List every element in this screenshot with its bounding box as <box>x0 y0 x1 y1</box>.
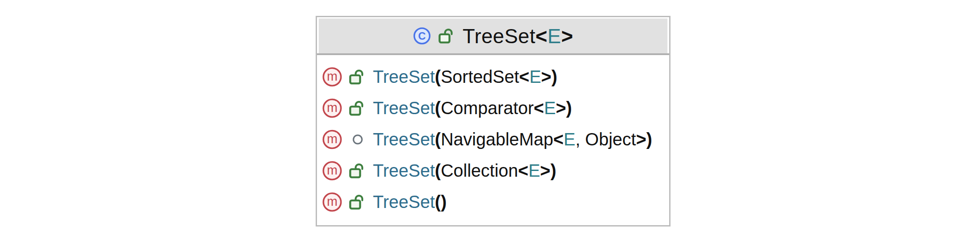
class-header: C TreeSet<E> <box>319 19 667 53</box>
signature-segment: TreeSet <box>373 192 435 212</box>
signature-segment: > <box>561 25 573 48</box>
class-header-icons: C <box>413 26 456 45</box>
signature-segment: > <box>540 161 550 180</box>
signature-segment: < <box>534 98 544 118</box>
signature-segment: > <box>556 98 566 118</box>
visibility-icon-slot <box>348 161 367 180</box>
method-icon: m <box>322 67 342 87</box>
signature-segment: ( <box>435 192 441 212</box>
constructor-row[interactable]: m TreeSet(Collection<E>) <box>322 155 669 186</box>
signature-segment: ) <box>566 98 572 118</box>
svg-text:m: m <box>327 100 337 115</box>
signature-segment: ) <box>551 67 557 86</box>
signature-segment: Comparator <box>441 98 534 118</box>
signature-segment: Collection <box>441 161 518 180</box>
constructor-signature[interactable]: TreeSet(NavigableMap<E, Object>) <box>373 130 652 149</box>
method-icon: m <box>322 130 342 149</box>
signature-segment: < <box>535 25 547 48</box>
signature-segment: < <box>519 67 529 86</box>
signature-segment: ) <box>550 161 556 180</box>
signature-segment: , Object <box>575 130 636 149</box>
signature-segment: SortedSet <box>441 67 519 86</box>
package-private-icon <box>352 134 364 145</box>
visibility-icon-slot <box>348 193 367 212</box>
signature-segment: < <box>553 130 564 149</box>
visibility-icon-slot <box>348 134 367 145</box>
visibility-icon-slot <box>348 99 367 118</box>
signature-segment: < <box>518 161 528 180</box>
svg-text:m: m <box>327 163 337 177</box>
class-title: TreeSet<E> <box>463 24 573 48</box>
svg-text:m: m <box>327 132 337 146</box>
signature-segment: E <box>528 161 540 180</box>
lock-open-icon <box>438 26 456 45</box>
method-icon: m <box>322 161 342 181</box>
class-structure-popup: C TreeSet<E> m TreeSet(SortedSet<E>) m T <box>316 16 671 226</box>
signature-segment: TreeSet <box>373 67 435 86</box>
constructor-row[interactable]: m TreeSet(NavigableMap<E, Object>) <box>322 124 669 155</box>
signature-segment: ) <box>441 192 446 212</box>
signature-segment: > <box>541 67 551 86</box>
svg-text:m: m <box>327 69 337 83</box>
constructor-signature[interactable]: TreeSet(Collection<E>) <box>373 161 556 181</box>
signature-segment: NavigableMap <box>441 130 553 149</box>
method-icon: m <box>322 192 342 212</box>
visibility-icon-slot <box>348 67 367 86</box>
method-icon: m <box>322 98 342 118</box>
class-icon: C <box>413 27 431 45</box>
signature-segment: E <box>544 98 556 118</box>
constructor-signature[interactable]: TreeSet() <box>373 192 446 212</box>
signature-segment: TreeSet <box>373 98 435 118</box>
constructor-signature[interactable]: TreeSet(SortedSet<E>) <box>373 67 557 87</box>
signature-segment: ( <box>435 98 441 118</box>
lock-open-icon <box>349 161 366 180</box>
signature-segment: ( <box>435 161 441 180</box>
lock-open-icon <box>349 193 366 212</box>
signature-segment: E <box>529 67 541 86</box>
signature-segment: ( <box>435 130 441 149</box>
signature-segment: TreeSet <box>463 25 535 48</box>
constructor-signature[interactable]: TreeSet(Comparator<E>) <box>373 98 572 118</box>
signature-segment: TreeSet <box>373 161 435 180</box>
signature-segment: E <box>548 25 561 48</box>
signature-segment: ) <box>646 130 652 149</box>
constructor-row[interactable]: m TreeSet(SortedSet<E>) <box>322 61 669 93</box>
constructor-row[interactable]: m TreeSet(Comparator<E>) <box>322 93 669 124</box>
lock-open-icon <box>349 99 366 118</box>
signature-segment: > <box>636 130 646 149</box>
svg-text:m: m <box>327 194 337 208</box>
constructor-row[interactable]: m TreeSet() <box>322 186 669 218</box>
screenshot-canvas: C TreeSet<E> m TreeSet(SortedSet<E>) m T <box>0 0 980 245</box>
svg-text:C: C <box>418 30 426 42</box>
signature-segment: E <box>564 130 575 149</box>
lock-open-icon <box>349 67 366 86</box>
signature-segment: TreeSet <box>373 130 435 149</box>
constructor-list: m TreeSet(SortedSet<E>) m TreeSet(Compar… <box>317 55 669 218</box>
signature-segment: ( <box>435 67 441 86</box>
